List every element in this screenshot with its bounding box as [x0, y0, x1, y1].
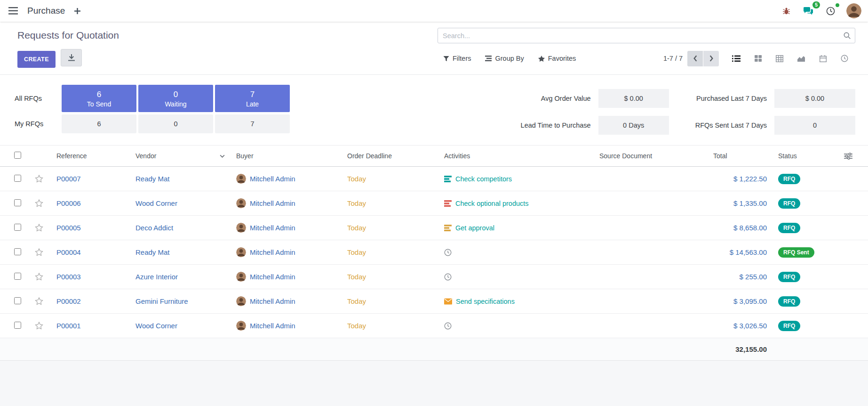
- source-document-cell[interactable]: [594, 289, 708, 314]
- favorites-button[interactable]: Favorites: [538, 53, 576, 64]
- row-checkbox[interactable]: [14, 322, 21, 329]
- activities-cell[interactable]: Check optional products: [438, 191, 594, 216]
- buyer-link[interactable]: Mitchell Admin: [250, 175, 295, 183]
- reference-link[interactable]: P00006: [56, 199, 81, 207]
- favorite-star-button[interactable]: [34, 321, 44, 331]
- row-checkbox[interactable]: [14, 273, 21, 280]
- header-activities[interactable]: Activities: [438, 146, 594, 167]
- vendor-cell[interactable]: Wood Corner: [130, 314, 231, 338]
- buyer-link[interactable]: Mitchell Admin: [250, 273, 295, 281]
- source-document-cell[interactable]: [594, 314, 708, 338]
- my-tile-late[interactable]: 7: [215, 114, 290, 133]
- status-cell[interactable]: RFQ: [772, 216, 834, 240]
- view-list-button[interactable]: [725, 50, 747, 66]
- search-input[interactable]: [438, 28, 855, 43]
- order-deadline-cell[interactable]: Today: [342, 265, 438, 289]
- tile-waiting[interactable]: 0 Waiting: [138, 85, 213, 112]
- order-deadline-cell[interactable]: Today: [342, 289, 438, 314]
- row-checkbox[interactable]: [14, 224, 21, 231]
- reference-link[interactable]: P00001: [56, 322, 81, 330]
- source-document-cell[interactable]: [594, 265, 708, 289]
- view-calendar-button[interactable]: [812, 50, 834, 66]
- order-deadline-cell[interactable]: Today: [342, 314, 438, 338]
- row-checkbox[interactable]: [14, 248, 21, 255]
- user-avatar[interactable]: [846, 3, 861, 18]
- source-document-cell[interactable]: [594, 167, 708, 191]
- table-row[interactable]: P00006 Wood Corner Mitchell Admin Today …: [0, 191, 868, 216]
- activity-tasks-icon[interactable]: [444, 225, 452, 231]
- buyer-cell[interactable]: Mitchell Admin: [231, 265, 342, 289]
- activity-clock-icon[interactable]: [444, 273, 452, 281]
- buyer-link[interactable]: Mitchell Admin: [250, 322, 295, 330]
- header-buyer[interactable]: Buyer: [231, 146, 342, 167]
- total-cell[interactable]: $ 3,095.00: [708, 289, 772, 314]
- reference-cell[interactable]: P00007: [51, 167, 130, 191]
- buyer-link[interactable]: Mitchell Admin: [250, 199, 295, 207]
- activity-summary-link[interactable]: Check optional products: [455, 200, 529, 207]
- favorite-star-button[interactable]: [34, 223, 44, 233]
- reference-cell[interactable]: P00001: [51, 314, 130, 338]
- activities-cell[interactable]: Send specifications: [438, 289, 594, 314]
- pager-previous-button[interactable]: [687, 51, 703, 66]
- buyer-cell[interactable]: Mitchell Admin: [231, 216, 342, 240]
- tile-late[interactable]: 7 Late: [215, 85, 290, 112]
- activities-cell[interactable]: [438, 240, 594, 265]
- order-deadline-cell[interactable]: Today: [342, 216, 438, 240]
- total-cell[interactable]: $ 3,026.50: [708, 314, 772, 338]
- vendor-link[interactable]: Ready Mat: [135, 248, 170, 256]
- vendor-link[interactable]: Wood Corner: [135, 322, 177, 330]
- buyer-link[interactable]: Mitchell Admin: [250, 297, 295, 305]
- activities-cell[interactable]: [438, 314, 594, 338]
- total-cell[interactable]: $ 8,658.00: [708, 216, 772, 240]
- buyer-cell[interactable]: Mitchell Admin: [231, 289, 342, 314]
- buyer-cell[interactable]: Mitchell Admin: [231, 314, 342, 338]
- total-cell[interactable]: $ 255.00: [708, 265, 772, 289]
- source-document-cell[interactable]: [594, 216, 708, 240]
- header-status[interactable]: Status: [772, 146, 834, 167]
- status-cell[interactable]: RFQ: [772, 265, 834, 289]
- debug-button[interactable]: [780, 5, 792, 17]
- all-rfqs-label[interactable]: All RFQs: [15, 95, 60, 102]
- view-activity-button[interactable]: [834, 50, 855, 66]
- table-row[interactable]: P00007 Ready Mat Mitchell Admin Today Ch…: [0, 167, 868, 191]
- vendor-link[interactable]: Gemini Furniture: [135, 297, 188, 305]
- header-source-document[interactable]: Source Document: [594, 146, 708, 167]
- activities-cell[interactable]: Get approval: [438, 216, 594, 240]
- buyer-cell[interactable]: Mitchell Admin: [231, 167, 342, 191]
- buyer-link[interactable]: Mitchell Admin: [250, 248, 295, 256]
- order-deadline-cell[interactable]: Today: [342, 191, 438, 216]
- source-document-cell[interactable]: [594, 191, 708, 216]
- status-cell[interactable]: RFQ: [772, 289, 834, 314]
- status-cell[interactable]: RFQ Sent: [772, 240, 834, 265]
- activity-summary-link[interactable]: Get approval: [455, 224, 494, 232]
- favorite-star-button[interactable]: [34, 296, 44, 306]
- total-cell[interactable]: $ 14,563.00: [708, 240, 772, 265]
- activity-summary-link[interactable]: Check competitors: [455, 175, 512, 183]
- search-icon[interactable]: [843, 32, 851, 40]
- vendor-link[interactable]: Ready Mat: [135, 175, 170, 183]
- activities-button[interactable]: [824, 5, 837, 17]
- vendor-cell[interactable]: Wood Corner: [130, 191, 231, 216]
- add-menu-button[interactable]: [72, 6, 82, 16]
- order-deadline-cell[interactable]: Today: [342, 240, 438, 265]
- table-row[interactable]: P00005 Deco Addict Mitchell Admin Today …: [0, 216, 868, 240]
- reference-link[interactable]: P00005: [56, 224, 81, 232]
- vendor-cell[interactable]: Ready Mat: [130, 167, 231, 191]
- activity-clock-icon[interactable]: [444, 322, 452, 330]
- vendor-link[interactable]: Deco Addict: [135, 224, 173, 232]
- activity-summary-link[interactable]: Send specifications: [456, 298, 515, 305]
- my-tile-waiting[interactable]: 0: [138, 114, 213, 133]
- activities-cell[interactable]: Check competitors: [438, 167, 594, 191]
- favorite-star-button[interactable]: [34, 198, 44, 208]
- table-row[interactable]: P00003 Azure Interior Mitchell Admin Tod…: [0, 265, 868, 289]
- order-deadline-cell[interactable]: Today: [342, 167, 438, 191]
- table-row[interactable]: P00004 Ready Mat Mitchell Admin Today $ …: [0, 240, 868, 265]
- row-checkbox[interactable]: [14, 297, 21, 304]
- reference-link[interactable]: P00004: [56, 248, 81, 256]
- activity-clock-icon[interactable]: [444, 249, 452, 256]
- status-cell[interactable]: RFQ: [772, 191, 834, 216]
- reference-link[interactable]: P00007: [56, 175, 81, 183]
- favorite-star-button[interactable]: [34, 272, 44, 282]
- select-all-checkbox[interactable]: [14, 152, 21, 159]
- export-button[interactable]: [61, 49, 82, 66]
